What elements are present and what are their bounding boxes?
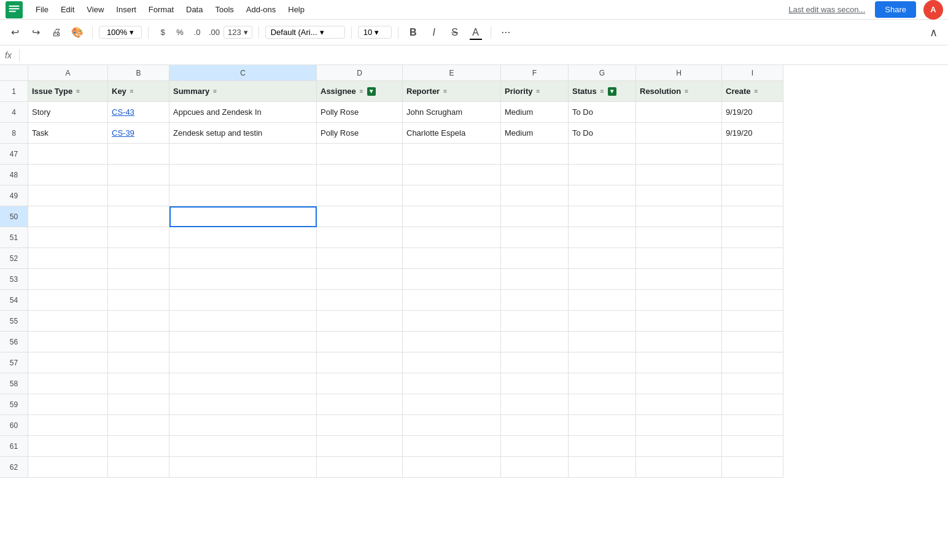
cell-G4[interactable]: To Do bbox=[569, 102, 636, 123]
col-header-A[interactable]: A bbox=[28, 65, 108, 81]
cell-H50[interactable] bbox=[636, 206, 722, 227]
menu-edit[interactable]: Edit bbox=[56, 2, 79, 17]
cell-F4[interactable]: Medium bbox=[501, 102, 569, 123]
col-header-F[interactable]: F bbox=[501, 65, 569, 81]
cell-D48[interactable] bbox=[317, 165, 403, 185]
cell-B1[interactable]: Key ≡ bbox=[108, 81, 169, 102]
cell-H48[interactable] bbox=[636, 165, 722, 185]
cell-D50[interactable] bbox=[317, 206, 403, 227]
cell-I48[interactable] bbox=[722, 165, 783, 185]
font-size-selector[interactable]: 10 ▾ bbox=[358, 26, 392, 39]
cell-E49[interactable] bbox=[403, 185, 501, 206]
row-number[interactable]: 59 bbox=[0, 394, 28, 415]
share-button[interactable]: Share bbox=[875, 1, 916, 18]
cell-C48[interactable] bbox=[169, 165, 317, 185]
row-number[interactable]: 57 bbox=[0, 352, 28, 373]
cell-C8[interactable]: Zendesk setup and testin bbox=[169, 123, 317, 144]
row-number[interactable]: 4 bbox=[0, 102, 28, 123]
cell-A48[interactable] bbox=[28, 165, 108, 185]
cell-E1[interactable]: Reporter ≡ bbox=[403, 81, 501, 102]
col-header-I[interactable]: I bbox=[722, 65, 783, 81]
cell-G48[interactable] bbox=[569, 165, 636, 185]
italic-button[interactable]: I bbox=[425, 24, 443, 41]
cell-B47[interactable] bbox=[108, 144, 169, 165]
cell-G1[interactable]: Status ≡ ▼ bbox=[569, 81, 636, 102]
cell-H1[interactable]: Resolution ≡ bbox=[636, 81, 722, 102]
menu-view[interactable]: View bbox=[82, 2, 109, 17]
decimal-less-button[interactable]: .0 bbox=[189, 25, 205, 41]
menu-data[interactable]: Data bbox=[181, 2, 208, 17]
strikethrough-button[interactable]: S bbox=[446, 24, 464, 41]
cell-G50[interactable] bbox=[569, 206, 636, 227]
cell-A50[interactable] bbox=[28, 206, 108, 227]
row-number[interactable]: 49 bbox=[0, 185, 28, 206]
cell-D8[interactable]: Polly Rose bbox=[317, 123, 403, 144]
cell-C50[interactable] bbox=[169, 206, 317, 227]
cell-I8[interactable]: 9/19/20 bbox=[722, 123, 783, 144]
cell-F50[interactable] bbox=[501, 206, 569, 227]
col-header-B[interactable]: B bbox=[108, 65, 169, 81]
more-options-button[interactable]: ··· bbox=[497, 24, 515, 41]
last-edit-status[interactable]: Last edit was secon... bbox=[788, 5, 865, 14]
menu-file[interactable]: File bbox=[31, 2, 53, 17]
number-format-selector[interactable]: 123 ▾ bbox=[223, 26, 252, 39]
cell-H4[interactable] bbox=[636, 102, 722, 123]
menu-format[interactable]: Format bbox=[144, 2, 179, 17]
cell-E8[interactable]: Charlotte Espela bbox=[403, 123, 501, 144]
percent-button[interactable]: % bbox=[172, 25, 188, 41]
menu-insert[interactable]: Insert bbox=[111, 2, 141, 17]
cell-C4[interactable]: Appcues and Zendesk In bbox=[169, 102, 317, 123]
row-number[interactable]: 48 bbox=[0, 165, 28, 185]
print-button[interactable]: 🖨 bbox=[48, 24, 65, 41]
row-number[interactable]: 55 bbox=[0, 311, 28, 332]
cell-G49[interactable] bbox=[569, 185, 636, 206]
cell-B48[interactable] bbox=[108, 165, 169, 185]
cell-D49[interactable] bbox=[317, 185, 403, 206]
cell-A47[interactable] bbox=[28, 144, 108, 165]
formula-input[interactable] bbox=[25, 50, 943, 60]
cell-H47[interactable] bbox=[636, 144, 722, 165]
underline-button[interactable]: A bbox=[467, 24, 484, 41]
row-number[interactable]: 56 bbox=[0, 332, 28, 352]
cell-H8[interactable] bbox=[636, 123, 722, 144]
undo-button[interactable]: ↩ bbox=[6, 24, 23, 41]
row-number[interactable]: 54 bbox=[0, 290, 28, 311]
col-header-H[interactable]: H bbox=[636, 65, 722, 81]
col-header-D[interactable]: D bbox=[317, 65, 403, 81]
row-number[interactable]: 47 bbox=[0, 144, 28, 165]
cell-B50[interactable] bbox=[108, 206, 169, 227]
row-number[interactable]: 58 bbox=[0, 373, 28, 394]
cell-D4[interactable]: Polly Rose bbox=[317, 102, 403, 123]
cell-A1[interactable]: Issue Type ≡ bbox=[28, 81, 108, 102]
menu-addons[interactable]: Add-ons bbox=[241, 2, 281, 17]
cell-E50[interactable] bbox=[403, 206, 501, 227]
row-number[interactable]: 8 bbox=[0, 123, 28, 144]
cell-I1[interactable]: Create ≡ bbox=[722, 81, 783, 102]
row-number[interactable]: 51 bbox=[0, 227, 28, 248]
row-number[interactable]: 52 bbox=[0, 248, 28, 269]
col-header-G[interactable]: G bbox=[569, 65, 636, 81]
cell-G47[interactable] bbox=[569, 144, 636, 165]
currency-button[interactable]: $ bbox=[155, 25, 171, 41]
menu-tools[interactable]: Tools bbox=[210, 2, 238, 17]
row-number[interactable]: 50 bbox=[0, 206, 28, 227]
cell-B8[interactable]: CS-39 bbox=[108, 123, 169, 144]
row-number[interactable]: 1 bbox=[0, 81, 28, 102]
cell-F49[interactable] bbox=[501, 185, 569, 206]
account-avatar[interactable]: A bbox=[923, 0, 943, 20]
cell-G8[interactable]: To Do bbox=[569, 123, 636, 144]
cell-A49[interactable] bbox=[28, 185, 108, 206]
cell-D1[interactable]: Assignee ≡ ▼ bbox=[317, 81, 403, 102]
menu-help[interactable]: Help bbox=[283, 2, 309, 17]
cell-C47[interactable] bbox=[169, 144, 317, 165]
font-selector[interactable]: Default (Ari... ▾ bbox=[265, 26, 345, 39]
col-header-C[interactable]: C bbox=[169, 65, 317, 81]
cell-E47[interactable] bbox=[403, 144, 501, 165]
row-number[interactable]: 53 bbox=[0, 269, 28, 290]
cell-I4[interactable]: 9/19/20 bbox=[722, 102, 783, 123]
bold-button[interactable]: B bbox=[405, 24, 422, 41]
row-number[interactable]: 60 bbox=[0, 415, 28, 436]
cell-A8[interactable]: Task bbox=[28, 123, 108, 144]
link-CS39[interactable]: CS-39 bbox=[112, 128, 134, 138]
cell-B49[interactable] bbox=[108, 185, 169, 206]
